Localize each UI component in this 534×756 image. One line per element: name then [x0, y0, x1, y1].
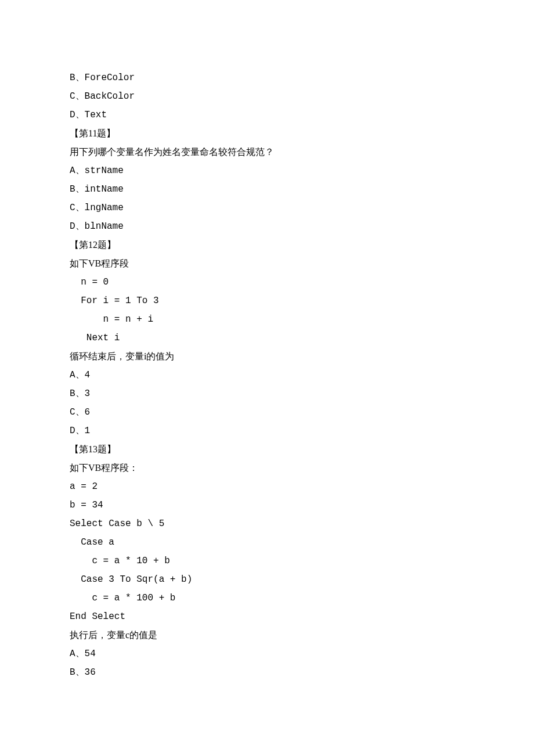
text-line: C、6	[70, 403, 464, 422]
text-line: 执行后，变量c的值是	[70, 626, 464, 645]
text-line: Select Case b \ 5	[70, 514, 464, 533]
text-line: Next i	[70, 329, 464, 347]
document-page: B、ForeColorC、BackColorD、Text【第11题】用下列哪个变…	[0, 0, 534, 740]
text-line: B、intName	[70, 180, 464, 199]
text-line: D、1	[70, 422, 464, 440]
text-line: For i = 1 To 3	[70, 291, 464, 310]
text-line: A、strName	[70, 161, 464, 180]
text-line: 循环结束后，变量i的值为	[70, 347, 464, 366]
text-line: End Select	[70, 607, 464, 626]
text-line: C、lngName	[70, 199, 464, 217]
text-line: C、BackColor	[70, 87, 464, 106]
text-line: B、36	[70, 663, 464, 682]
text-line: B、3	[70, 384, 464, 403]
text-line: 用下列哪个变量名作为姓名变量命名较符合规范？	[70, 143, 464, 161]
text-line: 【第11题】	[70, 124, 464, 143]
text-line: c = a * 100 + b	[70, 589, 464, 607]
text-line: D、Text	[70, 106, 464, 124]
text-line: B、ForeColor	[70, 69, 464, 87]
text-line: 【第13题】	[70, 440, 464, 459]
text-line: Case a	[70, 533, 464, 552]
text-line: Case 3 To Sqr(a + b)	[70, 570, 464, 589]
text-line: 如下VB程序段：	[70, 459, 464, 477]
text-line: c = a * 10 + b	[70, 552, 464, 570]
text-line: b = 34	[70, 496, 464, 514]
text-line: D、blnName	[70, 217, 464, 236]
text-line: 如下VB程序段	[70, 254, 464, 273]
text-line: a = 2	[70, 477, 464, 496]
text-line: A、54	[70, 645, 464, 663]
text-line: A、4	[70, 366, 464, 384]
text-line: n = n + i	[70, 310, 464, 329]
text-line: n = 0	[70, 273, 464, 291]
text-line: 【第12题】	[70, 236, 464, 254]
